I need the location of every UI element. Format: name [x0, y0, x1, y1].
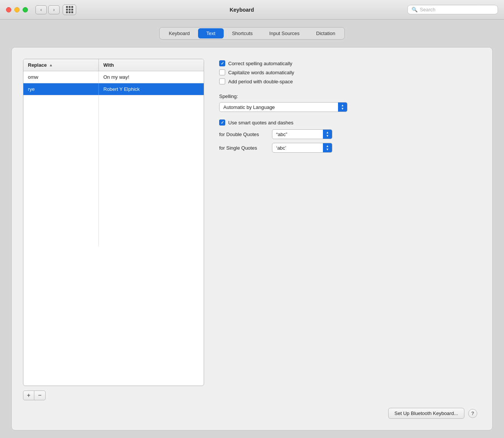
col-with-header: With [99, 59, 204, 71]
bottom-bar: Set Up Bluetooth Keyboard... ? [23, 408, 481, 419]
double-quotes-select[interactable]: “abc” ▲ ▼ [272, 129, 332, 139]
tab-shortcuts[interactable]: Shortcuts [224, 28, 261, 38]
back-button[interactable]: ‹ [35, 5, 47, 14]
tab-dictation[interactable]: Dictation [308, 28, 344, 38]
single-quotes-select[interactable]: ‘abc’ ▲ ▼ [272, 143, 332, 153]
table-row[interactable]: rye Robert Y Elphick [23, 83, 204, 95]
forward-button[interactable]: › [48, 5, 60, 14]
cell-with: Robert Y Elphick [99, 83, 204, 95]
remove-button[interactable]: − [34, 391, 46, 400]
col-replace-header: Replace ▲ [23, 59, 99, 71]
text-table: Replace ▲ With omw On my way! rye Robert… [23, 59, 204, 386]
dq-down-icon: ▼ [326, 135, 329, 138]
double-quotes-row: for Double Quotes “abc” ▲ ▼ [219, 129, 481, 139]
window-title: Keyboard [76, 7, 407, 13]
spelling-select[interactable]: Automatic by Language ▲ ▼ [219, 102, 347, 112]
capitalize-words-row: Capitalize words automatically [219, 69, 481, 75]
table-section: Replace ▲ With omw On my way! rye Robert… [23, 59, 204, 400]
tabs: Keyboard Text Shortcuts Input Sources Di… [159, 27, 344, 40]
sq-up-icon: ▲ [326, 145, 329, 148]
table-header: Replace ▲ With [23, 59, 204, 71]
table-row[interactable]: omw On my way! [23, 71, 204, 83]
tab-text[interactable]: Text [198, 28, 224, 38]
smart-quotes-row: Use smart quotes and dashes [219, 119, 481, 126]
spelling-label: Spelling: [219, 93, 481, 99]
spelling-select-value: Automatic by Language [220, 104, 338, 110]
cell-replace: omw [23, 71, 99, 83]
sort-arrow-icon: ▲ [49, 63, 53, 67]
tabs-container: Keyboard Text Shortcuts Input Sources Di… [11, 27, 493, 40]
add-remove-buttons: + − [23, 391, 204, 400]
grid-icon [66, 6, 73, 13]
close-button[interactable] [6, 7, 11, 12]
help-button[interactable]: ? [468, 409, 477, 418]
sq-down-icon: ▼ [326, 148, 329, 151]
double-quotes-value: “abc” [272, 132, 323, 137]
correct-spelling-row: Correct spelling automatically [219, 60, 481, 66]
grid-button[interactable] [63, 5, 76, 15]
single-quotes-value: ‘abc’ [272, 145, 323, 151]
select-down-icon: ▼ [341, 107, 344, 110]
search-bar: 🔍 [407, 5, 498, 14]
nav-buttons: ‹ › [35, 5, 60, 14]
search-input[interactable] [420, 7, 494, 12]
settings-section: Correct spelling automatically Capitaliz… [219, 59, 481, 400]
tab-input-sources[interactable]: Input Sources [261, 28, 308, 38]
panel-inner: Replace ▲ With omw On my way! rye Robert… [23, 59, 481, 400]
add-button[interactable]: + [23, 391, 34, 400]
add-period-checkbox[interactable] [219, 78, 225, 84]
capitalize-words-label: Capitalize words automatically [228, 70, 294, 75]
maximize-button[interactable] [23, 7, 28, 12]
spelling-select-arrows[interactable]: ▲ ▼ [338, 103, 347, 112]
single-quotes-arrows[interactable]: ▲ ▼ [323, 143, 332, 152]
tab-keyboard[interactable]: Keyboard [160, 28, 198, 38]
smart-quotes-section: Use smart quotes and dashes for Double Q… [219, 119, 481, 153]
correct-spelling-label: Correct spelling automatically [228, 61, 292, 66]
single-quotes-label: for Single Quotes [219, 145, 268, 151]
smart-quotes-label: Use smart quotes and dashes [228, 120, 293, 126]
search-icon: 🔍 [412, 7, 418, 12]
capitalize-words-checkbox[interactable] [219, 69, 225, 75]
dq-up-icon: ▲ [326, 131, 329, 134]
bluetooth-keyboard-button[interactable]: Set Up Bluetooth Keyboard... [388, 408, 464, 419]
minimize-button[interactable] [14, 7, 20, 12]
traffic-lights [6, 7, 28, 12]
correct-spelling-checkbox[interactable] [219, 60, 225, 66]
single-quotes-row: for Single Quotes ‘abc’ ▲ ▼ [219, 143, 481, 153]
add-period-label: Add period with double-space [228, 79, 293, 84]
col-replace-label: Replace [28, 62, 47, 68]
cell-with: On my way! [99, 71, 204, 83]
cell-replace: rye [23, 83, 99, 95]
double-quotes-label: for Double Quotes [219, 132, 268, 137]
smart-quotes-checkbox[interactable] [219, 119, 225, 126]
select-up-icon: ▲ [341, 104, 344, 107]
add-period-row: Add period with double-space [219, 78, 481, 84]
titlebar: ‹ › Keyboard 🔍 [0, 0, 504, 20]
main-content: Keyboard Text Shortcuts Input Sources Di… [0, 20, 504, 438]
double-quotes-arrows[interactable]: ▲ ▼ [323, 130, 332, 139]
panel: Replace ▲ With omw On my way! rye Robert… [11, 47, 493, 430]
